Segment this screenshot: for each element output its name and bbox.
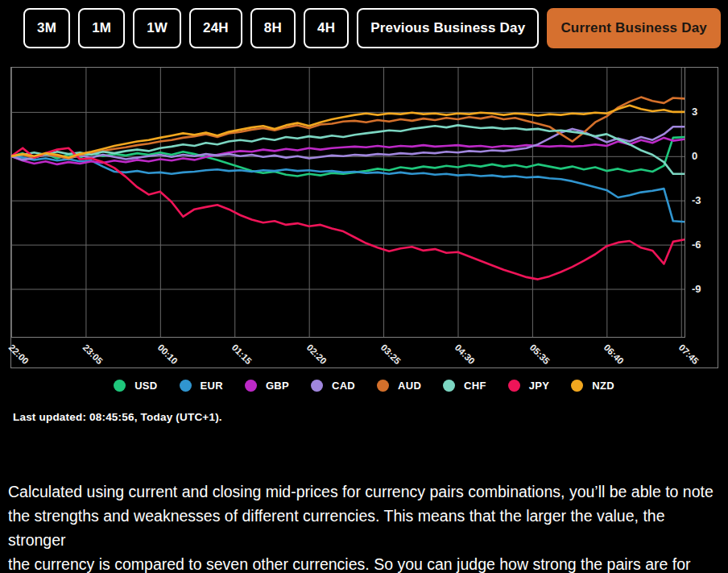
y-tick-label: 0 <box>692 150 724 162</box>
series-line-jpy <box>11 148 685 280</box>
timeframe-button-current-business-day[interactable]: Current Business Day <box>547 8 721 48</box>
legend-label: CAD <box>332 380 355 392</box>
currency-strength-page: 3M1M1W24H8H4HPrevious Business DayCurren… <box>0 0 728 573</box>
legend-label: EUR <box>201 380 223 392</box>
legend-item-jpy[interactable]: JPY <box>508 380 549 392</box>
y-tick-label: -3 <box>692 194 724 206</box>
legend-dot-aud <box>377 380 389 392</box>
x-tick-label: 22:00 <box>7 343 31 366</box>
legend-dot-usd <box>114 380 126 392</box>
description-line: the currency is compared to seven other … <box>8 552 723 573</box>
legend-dot-nzd <box>571 380 583 392</box>
legend-item-usd[interactable]: USD <box>114 380 157 392</box>
chart-legend: USDEURGBPCADAUDCHFJPYNZD <box>0 380 728 392</box>
timeframe-button-24h[interactable]: 24H <box>189 8 242 48</box>
legend-label: GBP <box>266 380 289 392</box>
chart-canvas <box>11 68 685 337</box>
x-tick-label: 03:25 <box>379 343 403 366</box>
chart-plot-area <box>11 68 685 338</box>
legend-dot-chf <box>443 380 455 392</box>
legend-item-gbp[interactable]: GBP <box>245 380 289 392</box>
x-tick-label: 07:45 <box>676 343 700 366</box>
legend-item-aud[interactable]: AUD <box>377 380 421 392</box>
series-line-gbp <box>11 138 685 164</box>
description-paragraph: Calculated using current and closing mid… <box>8 480 723 573</box>
strength-chart: 30-3-6-9 22:0023:0500:1001:1502:2003:250… <box>10 67 718 368</box>
legend-label: USD <box>134 380 157 392</box>
x-tick-label: 06:40 <box>602 343 626 366</box>
legend-label: JPY <box>529 380 549 392</box>
x-tick-label: 00:10 <box>155 343 179 366</box>
y-tick-label: -9 <box>692 283 724 295</box>
x-tick-label: 01:15 <box>230 343 254 366</box>
y-tick-label: -6 <box>692 239 724 251</box>
legend-dot-gbp <box>245 380 257 392</box>
x-tick-label: 02:20 <box>304 343 328 366</box>
timeframe-toolbar: 3M1M1W24H8H4HPrevious Business DayCurren… <box>23 8 721 48</box>
timeframe-button-1w[interactable]: 1W <box>133 8 181 48</box>
y-tick-label: 3 <box>692 106 724 118</box>
legend-label: AUD <box>398 380 421 392</box>
timeframe-button-8h[interactable]: 8H <box>250 8 296 48</box>
legend-dot-eur <box>180 380 192 392</box>
timeframe-button-1m[interactable]: 1M <box>78 8 125 48</box>
legend-label: CHF <box>464 380 486 392</box>
legend-item-nzd[interactable]: NZD <box>571 380 614 392</box>
series-line-aud <box>11 98 685 159</box>
description-line: the strengths and weaknesses of differen… <box>8 504 723 552</box>
legend-item-eur[interactable]: EUR <box>180 380 223 392</box>
timeframe-button-3m[interactable]: 3M <box>23 8 70 48</box>
x-tick-label: 04:30 <box>453 343 477 366</box>
timeframe-button-previous-business-day[interactable]: Previous Business Day <box>357 8 539 48</box>
timeframe-button-4h[interactable]: 4H <box>304 8 349 48</box>
x-tick-label: 23:05 <box>81 343 105 366</box>
legend-label: NZD <box>592 380 614 392</box>
last-updated-text: Last updated: 08:45:56, Today (UTC+1). <box>13 411 222 423</box>
legend-item-cad[interactable]: CAD <box>311 380 355 392</box>
x-tick-label: 05:35 <box>527 343 551 366</box>
legend-dot-cad <box>311 380 323 392</box>
description-line: Calculated using current and closing mid… <box>8 480 723 504</box>
legend-item-chf[interactable]: CHF <box>443 380 486 392</box>
legend-dot-jpy <box>508 380 520 392</box>
